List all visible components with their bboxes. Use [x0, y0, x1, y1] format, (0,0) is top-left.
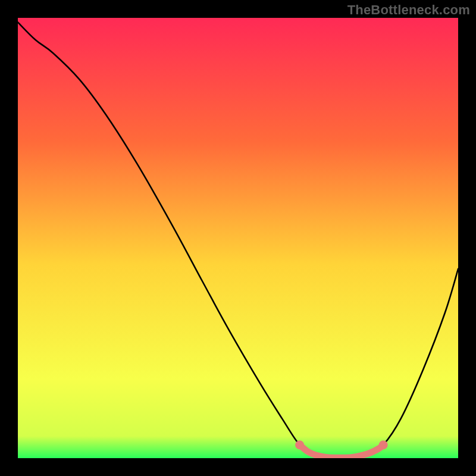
bottleneck-chart	[18, 18, 458, 458]
watermark-text: TheBottleneck.com	[347, 2, 470, 18]
range-marker-dot	[379, 440, 388, 449]
range-marker-dot	[295, 440, 304, 449]
chart-frame: TheBottleneck.com	[0, 0, 476, 476]
